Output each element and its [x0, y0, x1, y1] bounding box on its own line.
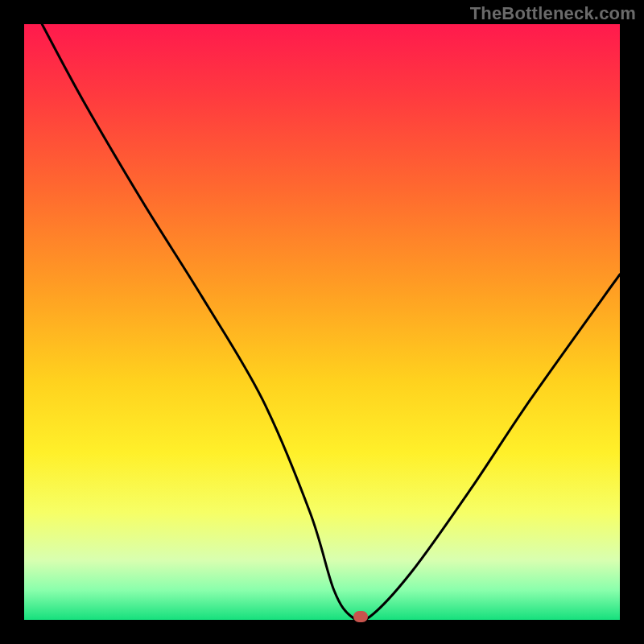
watermark-text: TheBottleneck.com	[470, 3, 636, 24]
chart-frame: TheBottleneck.com	[0, 0, 644, 644]
plot-area	[24, 24, 620, 620]
optimal-point-marker	[353, 611, 368, 622]
bottleneck-curve	[24, 24, 620, 620]
